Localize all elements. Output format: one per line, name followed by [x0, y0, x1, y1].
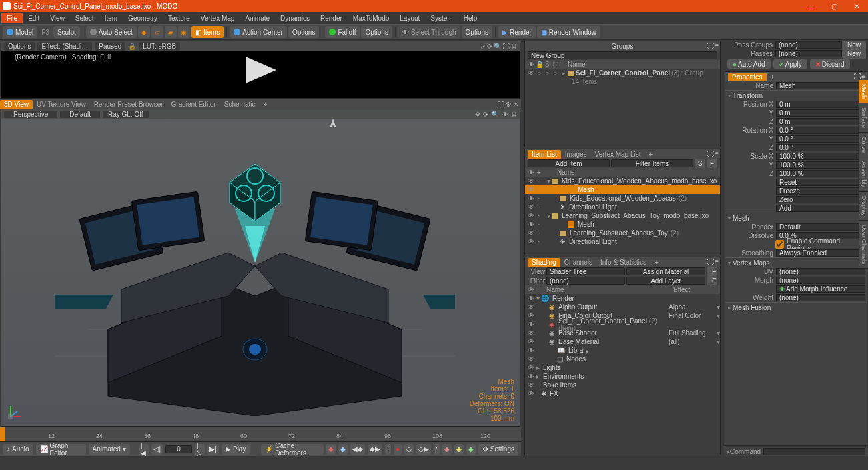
morph-select[interactable]: (none): [776, 277, 865, 284]
freeze-button[interactable]: Freeze: [776, 187, 865, 195]
vtab-mesh[interactable]: Mesh: [859, 80, 868, 103]
itemlist-row[interactable]: 👁·Learning_Substract_Abacus_Toy(2): [525, 229, 720, 237]
timeline[interactable]: 012 2436 4860 7284 96108 120: [0, 427, 521, 441]
apply-button[interactable]: ✔Apply: [773, 59, 807, 69]
vp-gear2-icon[interactable]: ⚙: [511, 111, 517, 118]
menu-select[interactable]: Select: [70, 13, 99, 23]
menu-layout[interactable]: Layout: [394, 13, 425, 23]
settings-button[interactable]: ⚙ Settings: [478, 444, 518, 455]
passes-select[interactable]: (none): [775, 50, 842, 57]
pos-z[interactable]: 0 m: [776, 118, 865, 125]
vtab-userchan[interactable]: User Channels: [859, 221, 868, 269]
section-mesh[interactable]: Mesh: [725, 213, 867, 223]
options1-button[interactable]: Options: [288, 26, 319, 38]
prev-frame-button[interactable]: ◁|: [151, 444, 163, 455]
menu-animate[interactable]: Animate: [240, 13, 275, 23]
shading-row[interactable]: 👁◫Nodes: [525, 355, 720, 363]
vp-close-icon[interactable]: ✕: [513, 101, 518, 108]
menu-geometry[interactable]: Geometry: [123, 13, 163, 23]
grapheditor-button[interactable]: 📈Graph Editor: [36, 444, 86, 455]
menu-help[interactable]: Help: [458, 13, 483, 23]
tab-vmaplist[interactable]: Vertex Map List: [591, 150, 645, 159]
frame-field[interactable]: 0: [165, 445, 192, 453]
tab-3dview[interactable]: 3D View: [0, 100, 33, 109]
uv-select[interactable]: (none): [776, 268, 865, 275]
actioncenter-button[interactable]: Action Center: [230, 26, 287, 38]
tab-properties-add[interactable]: +: [767, 73, 779, 81]
tab-shading-add[interactable]: +: [650, 258, 663, 267]
groups-max-icon[interactable]: ⛶: [707, 42, 714, 49]
key-icon-4[interactable]: ◆▶: [368, 444, 382, 455]
first-frame-button[interactable]: |◀: [139, 444, 149, 455]
props-menu-icon[interactable]: ≡: [861, 73, 865, 80]
menu-texture[interactable]: Texture: [163, 13, 195, 23]
passgroups-new[interactable]: New: [842, 41, 866, 50]
props-max-icon[interactable]: ⛶: [854, 73, 861, 80]
preview-effect[interactable]: Effect: (Shadi…: [37, 42, 92, 51]
itemlist-row[interactable]: 👁·▾Learning_Substract_Abacus_Toy_modo_ba…: [525, 211, 720, 220]
vp-gear-icon[interactable]: ⚙: [506, 101, 512, 108]
options2-button[interactable]: Options: [361, 26, 392, 38]
timeline-playhead[interactable]: [0, 427, 5, 441]
autoadd-button[interactable]: ●Auto Add: [727, 59, 771, 69]
scl-x[interactable]: 100.0 %: [776, 153, 865, 160]
tab-shading[interactable]: Shading: [528, 258, 560, 267]
menu-view[interactable]: View: [45, 13, 70, 23]
menu-dynamics[interactable]: Dynamics: [275, 13, 315, 23]
addlayer-button[interactable]: Add Layer: [626, 277, 705, 285]
last-frame-button[interactable]: ▶|: [207, 444, 219, 455]
itemlist-menu-icon[interactable]: ≡: [715, 150, 719, 157]
shading-menu-icon[interactable]: ≡: [715, 258, 719, 265]
itemlist-row[interactable]: 👁·▾Kids_Educational_Wooden_Abacus_modo_b…: [525, 177, 720, 185]
tab-images[interactable]: Images: [561, 150, 591, 159]
scl-y[interactable]: 100.0 %: [776, 161, 865, 169]
vp-rotate-icon[interactable]: ⟳: [483, 111, 488, 118]
enable-cmd-check[interactable]: [775, 240, 784, 249]
shading-f2[interactable]: F: [707, 276, 717, 285]
rot-y[interactable]: 0.0 °: [776, 135, 865, 143]
lock-icon[interactable]: 🔒: [128, 43, 136, 50]
menu-item[interactable]: Item: [99, 13, 123, 23]
itemlist-row[interactable]: 👁·Mesh: [525, 185, 720, 194]
preview-zoom-icon[interactable]: 🔍: [494, 43, 502, 50]
sel-mat-icon[interactable]: ◉: [178, 26, 190, 38]
falloff-button[interactable]: Falloff: [325, 26, 360, 38]
filter-s-button[interactable]: S: [695, 159, 705, 168]
preview-options[interactable]: Options: [4, 42, 35, 51]
section-meshfusion[interactable]: Mesh Fusion: [725, 303, 867, 312]
vtab-surface[interactable]: Surface: [859, 103, 868, 133]
menu-maxtomodo[interactable]: MaxToModo: [348, 13, 394, 23]
tab-uvview[interactable]: UV Texture View: [33, 100, 90, 109]
vtab-display[interactable]: Display: [859, 192, 868, 221]
vp-default[interactable]: Default: [60, 111, 100, 118]
menu-vertexmap[interactable]: Vertex Map: [195, 13, 240, 23]
itemlist-row[interactable]: 👁·☀Directional Light: [525, 237, 720, 246]
vp-max-icon[interactable]: ⛶: [498, 101, 504, 108]
rot-x[interactable]: 0.0 °: [776, 127, 865, 134]
section-vmaps[interactable]: Vertex Maps: [725, 258, 867, 267]
shading-row[interactable]: 👁◉Sci_Fi_Corner_Control_Panel (2) (Item): [525, 320, 720, 329]
groups-menu-icon[interactable]: ≡: [715, 42, 719, 49]
groups-row[interactable]: 👁○○○ ▸ Sci_Fi_Corner_Control_Panel (3): …: [525, 69, 720, 77]
itemlist-max-icon[interactable]: ⛶: [707, 150, 714, 157]
3d-viewport[interactable]: Perspective Default Ray GL: Off ✥ ⟳ 🔍 👁 …: [1, 109, 520, 427]
shading-row[interactable]: 👁◉Base ShaderFull Shading▾: [525, 329, 720, 337]
vp-raygl[interactable]: Ray GL: Off: [103, 111, 149, 118]
shading-max-icon[interactable]: ⛶: [707, 258, 714, 265]
key-icon-8[interactable]: :: [434, 444, 440, 455]
minimize-button[interactable]: —: [800, 0, 823, 12]
tab-itemlist-add[interactable]: +: [645, 150, 657, 159]
tab-channels[interactable]: Channels: [560, 258, 596, 267]
menu-render[interactable]: Render: [315, 13, 348, 23]
preview-nav1-icon[interactable]: ⤢: [480, 43, 486, 50]
shading-row[interactable]: 👁Bake Items: [525, 381, 720, 389]
tab-infostats[interactable]: Info & Statistics: [596, 258, 650, 267]
discard-button[interactable]: ✖Discard: [810, 59, 850, 69]
cache-button[interactable]: ⚡Cache Deformers: [261, 444, 324, 455]
sculpt-button[interactable]: Sculpt: [53, 26, 80, 38]
itemlist-row[interactable]: 👁·☀Directional Light: [525, 203, 720, 211]
shading-row[interactable]: 👁📖Library: [525, 346, 720, 355]
preview-refresh-icon[interactable]: ⟳: [487, 43, 492, 50]
record-button[interactable]: ●: [394, 444, 402, 455]
vp-view-icon[interactable]: 👁: [502, 111, 508, 118]
